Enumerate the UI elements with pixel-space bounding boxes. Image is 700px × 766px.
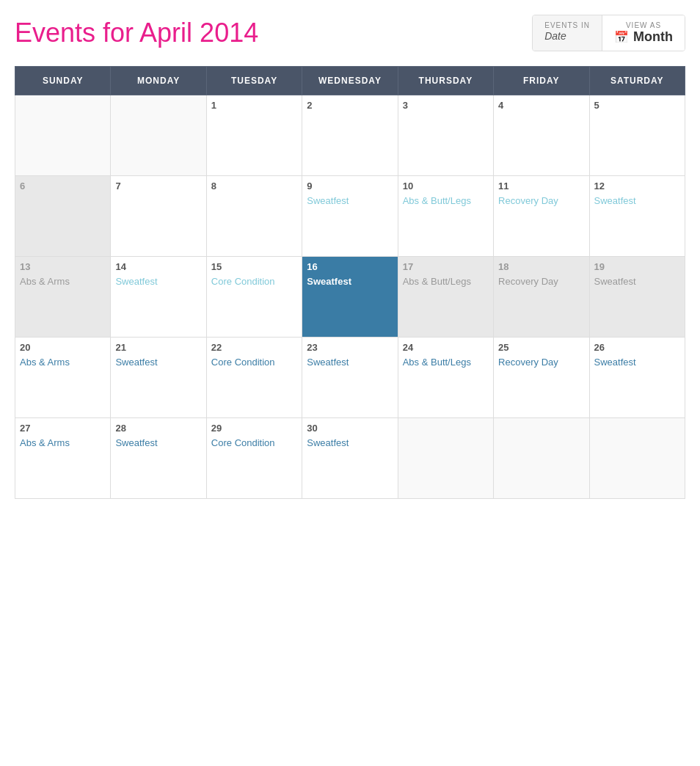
day-number: 7 [115,180,201,192]
page-title: Events for April 2014 [15,18,258,48]
calendar-event[interactable]: Abs & Arms [20,437,106,450]
day-number: 1 [211,100,297,111]
calendar-day-cell[interactable]: 17Abs & Butt/Legs [398,257,493,338]
events-in-label: EVENTS IN [544,21,590,29]
calendar-day-header: MONDAY [111,67,206,95]
calendar-event[interactable]: Abs & Butt/Legs [403,194,489,208]
day-number: 29 [211,423,297,434]
calendar-day-cell[interactable]: 3 [398,95,493,176]
calendar-day-cell[interactable] [111,95,206,176]
day-number: 21 [115,342,201,353]
calendar-event[interactable]: Recovery Day [498,194,584,208]
calendar-week-row: 20Abs & Arms21Sweatfest22Core Condition2… [15,338,685,418]
calendar-day-cell[interactable]: 10Abs & Butt/Legs [398,176,493,257]
day-number: 6 [20,180,106,192]
calendar-event[interactable]: Core Condition [211,437,297,450]
calendar-day-cell[interactable]: 7 [111,176,206,257]
calendar-day-cell[interactable]: 4 [494,95,589,176]
view-as-value: 📅 Month [614,29,673,45]
day-number: 20 [20,342,106,353]
page-header: Events for April 2014 EVENTS IN Date VIE… [15,15,685,51]
calendar-event[interactable]: Sweatfest [594,275,680,288]
events-in-box: EVENTS IN Date [533,15,602,51]
calendar-event[interactable]: Core Condition [211,275,297,288]
calendar-event[interactable]: Sweatfest [594,194,680,208]
view-as-box[interactable]: VIEW AS 📅 Month [602,15,685,51]
calendar-day-cell[interactable]: 13Abs & Arms [15,257,111,338]
calendar-day-cell[interactable]: 2 [302,95,398,176]
calendar-day-cell[interactable] [589,418,685,499]
calendar-event[interactable]: Recovery Day [498,356,584,369]
calendar-day-cell[interactable]: 21Sweatfest [111,338,206,418]
calendar-event[interactable]: Recovery Day [498,275,584,288]
calendar-day-header: SATURDAY [589,67,685,95]
calendar-event[interactable]: Sweatfest [307,194,393,208]
view-as-label: VIEW AS [626,21,661,29]
calendar-event[interactable]: Sweatfest [307,437,393,450]
calendar-event[interactable]: Sweatfest [307,275,393,288]
view-as-text: Month [633,29,673,45]
day-number: 30 [307,423,393,434]
day-number: 28 [115,423,201,434]
calendar-event[interactable]: Sweatfest [115,275,201,288]
calendar-event[interactable]: Sweatfest [594,356,680,369]
calendar-event[interactable]: Core Condition [211,356,297,369]
calendar-day-cell[interactable]: 18Recovery Day [494,257,589,338]
day-number: 5 [594,100,680,111]
calendar-day-header: WEDNESDAY [302,67,398,95]
calendar-day-cell[interactable]: 14Sweatfest [111,257,206,338]
calendar-day-cell[interactable]: 15Core Condition [206,257,302,338]
calendar-week-row: 13Abs & Arms14Sweatfest15Core Condition1… [15,257,685,338]
calendar-day-cell[interactable]: 28Sweatfest [111,418,206,499]
calendar-day-cell[interactable]: 29Core Condition [206,418,302,499]
calendar-event[interactable]: Sweatfest [307,356,393,369]
calendar-day-header: TUESDAY [206,67,302,95]
day-number: 22 [211,342,297,353]
calendar-day-cell[interactable]: 12Sweatfest [589,176,685,257]
calendar-day-cell[interactable]: 9Sweatfest [302,176,398,257]
day-number: 11 [498,180,584,192]
calendar-day-cell[interactable] [494,418,589,499]
calendar-day-cell[interactable]: 20Abs & Arms [15,338,111,418]
calendar-day-cell[interactable]: 25Recovery Day [494,338,589,418]
calendar-day-cell[interactable]: 1 [206,95,302,176]
calendar-day-cell[interactable] [15,95,111,176]
events-in-value: Date [544,30,566,42]
calendar-day-cell[interactable]: 19Sweatfest [589,257,685,338]
calendar-event[interactable]: Abs & Butt/Legs [403,275,489,288]
calendar-event[interactable]: Sweatfest [115,356,201,369]
calendar-table: SUNDAYMONDAYTUESDAYWEDNESDAYTHURSDAYFRID… [15,66,685,499]
calendar-day-cell[interactable]: 27Abs & Arms [15,418,111,499]
calendar-day-cell[interactable]: 6 [15,176,111,257]
calendar-day-cell[interactable]: 22Core Condition [206,338,302,418]
day-number: 2 [307,100,393,111]
day-number: 16 [307,261,393,272]
calendar-day-cell[interactable]: 16Sweatfest [302,257,398,338]
day-number: 12 [594,180,680,192]
calendar-day-cell[interactable]: 5 [589,95,685,176]
calendar-day-cell[interactable]: 24Abs & Butt/Legs [398,338,493,418]
calendar-day-cell[interactable]: 8 [206,176,302,257]
calendar-day-cell[interactable]: 11Recovery Day [494,176,589,257]
calendar-day-cell[interactable]: 23Sweatfest [302,338,398,418]
calendar-event[interactable]: Abs & Arms [20,356,106,369]
day-number: 26 [594,342,680,353]
day-number: 4 [498,100,584,111]
day-number: 13 [20,261,106,272]
day-number: 24 [403,342,489,353]
calendar-day-cell[interactable] [398,418,493,499]
day-number: 19 [594,261,680,272]
calendar-day-cell[interactable]: 30Sweatfest [302,418,398,499]
day-number: 15 [211,261,297,272]
calendar-event[interactable]: Abs & Arms [20,275,106,288]
calendar-day-header: FRIDAY [494,67,589,95]
calendar-day-cell[interactable]: 26Sweatfest [589,338,685,418]
calendar-week-row: 27Abs & Arms28Sweatfest29Core Condition3… [15,418,685,499]
day-number: 27 [20,423,106,434]
day-number: 18 [498,261,584,272]
calendar-event[interactable]: Abs & Butt/Legs [403,356,489,369]
day-number: 10 [403,180,489,192]
calendar-event[interactable]: Sweatfest [115,437,201,450]
day-number: 25 [498,342,584,353]
view-controls: EVENTS IN Date VIEW AS 📅 Month [532,15,685,51]
